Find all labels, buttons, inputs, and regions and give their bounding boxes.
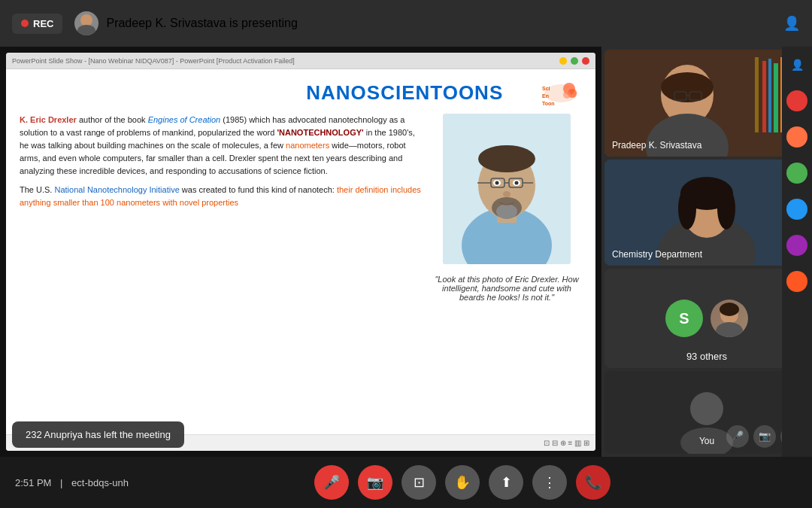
slide-titlebar: PowerPoint Slide Show - [Nano Webinar NI… <box>6 53 595 69</box>
panel-avatar-2 <box>786 126 807 148</box>
meeting-separator: | <box>60 477 62 488</box>
more-btn[interactable]: ⋮ <box>532 465 567 500</box>
others-tile: S 93 others <box>604 269 809 368</box>
slide-titlebar-text: PowerPoint Slide Show - [Nano Webinar NI… <box>12 57 295 65</box>
svg-point-13 <box>478 145 535 172</box>
others-initial: S <box>679 310 689 327</box>
slide-quote: "Look at this photo of Eric Drexler. How… <box>432 275 582 302</box>
svg-point-19 <box>515 181 519 185</box>
slide-body: K. Eric Drexler author of the book Engin… <box>20 114 582 302</box>
panel-people-icon[interactable]: 👤 <box>785 53 809 77</box>
people-icon: 👤 <box>791 59 804 71</box>
svg-rect-29 <box>762 61 766 132</box>
presenter-tile-label: Pradeep K. Srivastava <box>612 140 701 151</box>
far-right-panel: 👤 <box>782 0 812 508</box>
svg-point-49 <box>716 322 743 337</box>
chemistry-dept-label: Chemistry Department <box>612 249 702 260</box>
svg-text:En: En <box>542 93 549 99</box>
camera-btn[interactable]: 📷 <box>358 465 392 500</box>
you-mic-mute-icon: 🎤 <box>732 430 744 442</box>
slide-toolbar-icons: ⊡ ⊟ ⊕ ≡ ▥ ⊞ <box>544 439 589 447</box>
mic-btn[interactable]: 🎤 <box>314 465 349 500</box>
notification-bar: 232 Anupriya has left the meeting <box>12 421 184 448</box>
others-avatar-photo <box>710 300 748 337</box>
presenter-avatar <box>74 11 98 35</box>
you-video-off-icon: 📷 <box>759 430 771 442</box>
you-tile: You 🎤 📷 ⤢ <box>604 371 809 454</box>
others-count-label: 93 others <box>604 351 809 362</box>
captions-icon: ⊡ <box>414 474 425 491</box>
svg-text:Sci: Sci <box>542 86 550 91</box>
captions-btn[interactable]: ⊡ <box>401 465 436 500</box>
meeting-id: ect-bdqs-unh <box>71 477 129 488</box>
nanometers-word: nanometers <box>286 141 329 150</box>
slide-title: NANOSCIENTOONS <box>277 81 534 105</box>
svg-rect-28 <box>755 57 759 132</box>
top-bar: REC Pradeep K. Srivastava is presenting … <box>0 0 812 47</box>
slide-container: PowerPoint Slide Show - [Nano Webinar NI… <box>6 53 595 451</box>
you-tile-label: You <box>699 436 714 446</box>
panel-avatar-5 <box>786 235 807 256</box>
panel-avatar-3 <box>786 163 807 184</box>
panel-avatar-1 <box>786 90 807 111</box>
svg-point-50 <box>720 303 739 316</box>
slide-header: NANOSCIENTOONS Sci En Toon <box>20 80 582 106</box>
meeting-time: 2:51 PM <box>15 477 51 488</box>
slide-content: NANOSCIENTOONS Sci En Toon <box>6 69 595 451</box>
mic-icon: 🎤 <box>323 474 340 491</box>
presenting-text: Pradeep K. Srivastava is presenting <box>106 17 297 30</box>
presenter-tile: ▶ Pradeep K. Srivastava <box>604 50 809 157</box>
hand-btn[interactable]: ✋ <box>445 465 480 500</box>
svg-point-1 <box>77 25 95 35</box>
chemistry-dept-tile: Chemistry Department <box>604 160 809 266</box>
svg-point-18 <box>495 181 499 185</box>
svg-rect-31 <box>774 63 778 132</box>
panel-avatar-6 <box>786 271 807 292</box>
nano-word: 'NANOTECHNOLOGY' <box>277 128 363 137</box>
slide-text-fund: was created to fund this kind of nanotec… <box>182 185 337 194</box>
svg-point-46 <box>678 187 696 230</box>
you-mic-mute-btn[interactable]: 🎤 <box>726 425 749 448</box>
svg-point-15 <box>496 204 517 219</box>
svg-rect-30 <box>768 59 771 132</box>
meeting-info: 2:51 PM | ect-bdqs-unh <box>15 477 129 488</box>
others-avatar-s: S <box>665 300 703 337</box>
book-title: Engines of Creation <box>148 115 221 124</box>
svg-point-52 <box>690 392 723 425</box>
share-btn[interactable]: ⬆ <box>489 465 523 500</box>
top-bar-right: 👤 <box>783 15 800 32</box>
svg-point-0 <box>80 14 92 26</box>
rec-dot <box>21 20 29 27</box>
svg-point-8 <box>563 91 571 99</box>
panel-avatar-4 <box>786 199 807 220</box>
you-video-off-btn[interactable]: 📷 <box>753 425 776 448</box>
author-name: K. Eric Drexler <box>20 115 77 124</box>
slide-text-col: K. Eric Drexler author of the book Engin… <box>20 114 421 302</box>
slide-titlebar-controls <box>559 57 589 65</box>
nni-text: National Nanotechnology Initiative <box>54 185 179 194</box>
end-call-icon: 📞 <box>585 474 601 491</box>
meeting-controls: 🎤 📷 ⊡ ✋ ⬆ ⋮ 📞 <box>314 465 611 500</box>
eric-drexler-photo <box>443 114 571 264</box>
bottom-bar: 2:51 PM | ect-bdqs-unh 🎤 📷 ⊡ ✋ ⬆ ⋮ 📞 <box>0 457 812 508</box>
end-call-btn[interactable]: 📞 <box>576 465 611 500</box>
share-icon: ⬆ <box>501 474 512 491</box>
rec-label: REC <box>33 18 53 29</box>
hand-icon: ✋ <box>454 474 471 491</box>
more-icon: ⋮ <box>543 474 556 491</box>
camera-icon: 📷 <box>367 474 383 491</box>
svg-text:Toon: Toon <box>542 101 555 106</box>
svg-point-20 <box>503 191 511 197</box>
notification-text: 232 Anupriya has left the meeting <box>26 429 171 440</box>
main-area: PowerPoint Slide Show - [Nano Webinar NI… <box>0 47 601 457</box>
right-sidebar: ▶ Pradeep K. Srivastava Chemistry Depart… <box>601 47 812 457</box>
slide-image-col: "Look at this photo of Eric Drexler. How… <box>432 114 582 302</box>
svg-point-47 <box>717 187 735 230</box>
slide-text-us: The U.S. <box>20 185 54 194</box>
participants-icon: 👤 <box>783 16 800 31</box>
slide-logo: Sci En Toon <box>541 80 582 106</box>
svg-point-37 <box>661 72 714 102</box>
rec-badge: REC <box>12 14 62 34</box>
slide-content-text: author of the book <box>79 115 148 124</box>
